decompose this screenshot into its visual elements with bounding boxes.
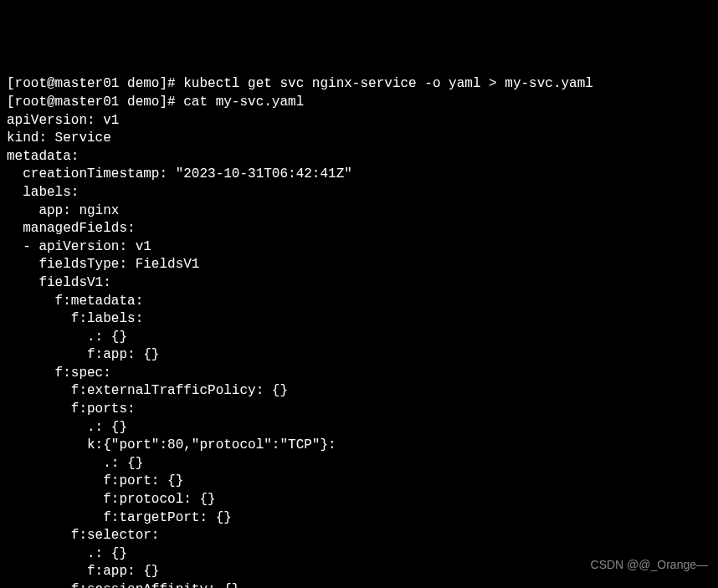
terminal-line: f:targetPort: {} [7, 509, 711, 528]
terminal-line: app: nginx [7, 202, 711, 221]
terminal-line: f:app: {} [7, 346, 711, 365]
terminal-line: .: {} [7, 329, 711, 347]
terminal-line: kind: Service [7, 130, 711, 148]
terminal-line: f:labels: [7, 310, 711, 329]
terminal-line: metadata: [7, 148, 711, 166]
terminal-line: f:selector: [7, 527, 711, 545]
terminal-line: fieldsType: FieldsV1 [7, 256, 711, 274]
terminal-line: - apiVersion: v1 [7, 238, 711, 257]
terminal-line: k:{"port":80,"protocol":"TCP"}: [7, 437, 711, 455]
terminal-line: f:ports: [7, 401, 711, 419]
terminal-output[interactable]: [root@master01 demo]# kubectl get svc ng… [7, 75, 711, 588]
terminal-line: fieldsV1: [7, 274, 711, 293]
watermark-text: CSDN @@_Orange— [591, 557, 708, 573]
terminal-line: creationTimestamp: "2023-10-31T06:42:41Z… [7, 166, 711, 184]
terminal-line: f:protocol: {} [7, 491, 711, 509]
terminal-line: apiVersion: v1 [7, 112, 711, 130]
terminal-line: f:sessionAffinity: {} [7, 581, 711, 588]
terminal-line: f:port: {} [7, 473, 711, 491]
terminal-line: f:spec: [7, 365, 711, 383]
terminal-line: [root@master01 demo]# kubectl get svc ng… [7, 75, 711, 94]
terminal-line: [root@master01 demo]# cat my-svc.yaml [7, 94, 711, 112]
terminal-line: f:metadata: [7, 293, 711, 311]
terminal-line: labels: [7, 184, 711, 202]
terminal-line: .: {} [7, 455, 711, 473]
terminal-line: .: {} [7, 419, 711, 437]
terminal-line: f:externalTrafficPolicy: {} [7, 382, 711, 401]
terminal-line: managedFields: [7, 220, 711, 238]
